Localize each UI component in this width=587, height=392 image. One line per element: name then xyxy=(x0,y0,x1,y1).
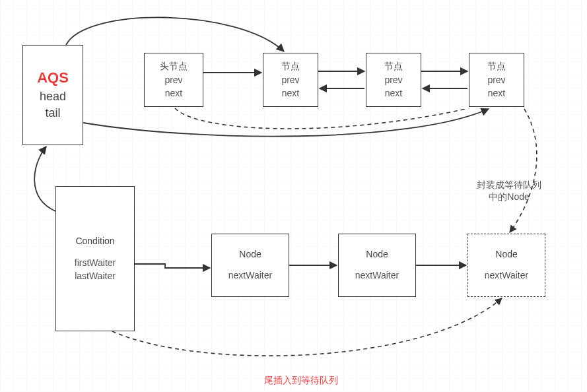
wait-node-1-next: nextWaiter xyxy=(228,269,272,282)
sync-node-1: 节点 prev next xyxy=(263,53,318,107)
sync-node-3-prev: prev xyxy=(487,74,505,87)
wait-node-1: Node nextWaiter xyxy=(211,234,289,297)
wait-node-3-title: Node xyxy=(495,248,517,261)
wait-node-3-next: nextWaiter xyxy=(485,269,528,282)
label-tail-insert: 尾插入到等待队列 xyxy=(264,375,338,387)
condition-box: Condition firstWaiter lastWaiter xyxy=(55,186,135,331)
sync-head-title: 头节点 xyxy=(160,60,188,73)
sync-node-1-prev: prev xyxy=(281,74,299,87)
sync-node-2-next: next xyxy=(385,87,402,100)
label-wrap-node: 封装成等待队列 中的Node xyxy=(477,180,541,203)
sync-node-2-prev: prev xyxy=(384,74,402,87)
sync-head-node: 头节点 prev next xyxy=(144,53,203,107)
wait-node-2-next: nextWaiter xyxy=(355,269,399,282)
aqs-tail: tail xyxy=(45,105,60,121)
condition-first: firstWaiter xyxy=(75,257,116,270)
aqs-head: head xyxy=(40,88,66,105)
sync-node-3: 节点 prev next xyxy=(469,53,524,107)
sync-node-2: 节点 prev next xyxy=(366,53,421,107)
aqs-box: AQS head tail xyxy=(22,45,83,145)
aqs-title: AQS xyxy=(37,68,69,88)
wait-node-1-title: Node xyxy=(239,248,261,261)
sync-node-3-next: next xyxy=(488,87,505,100)
wait-node-2: Node nextWaiter xyxy=(338,234,416,297)
sync-head-prev: prev xyxy=(164,74,182,87)
sync-head-next: next xyxy=(165,87,182,100)
wait-node-2-title: Node xyxy=(366,248,388,261)
wait-node-3: Node nextWaiter xyxy=(467,234,545,297)
sync-node-3-title: 节点 xyxy=(487,60,506,73)
sync-node-2-title: 节点 xyxy=(384,60,403,73)
condition-last: lastWaiter xyxy=(75,270,116,283)
sync-node-1-next: next xyxy=(282,87,299,100)
sync-node-1-title: 节点 xyxy=(281,60,300,73)
condition-title: Condition xyxy=(75,235,114,248)
